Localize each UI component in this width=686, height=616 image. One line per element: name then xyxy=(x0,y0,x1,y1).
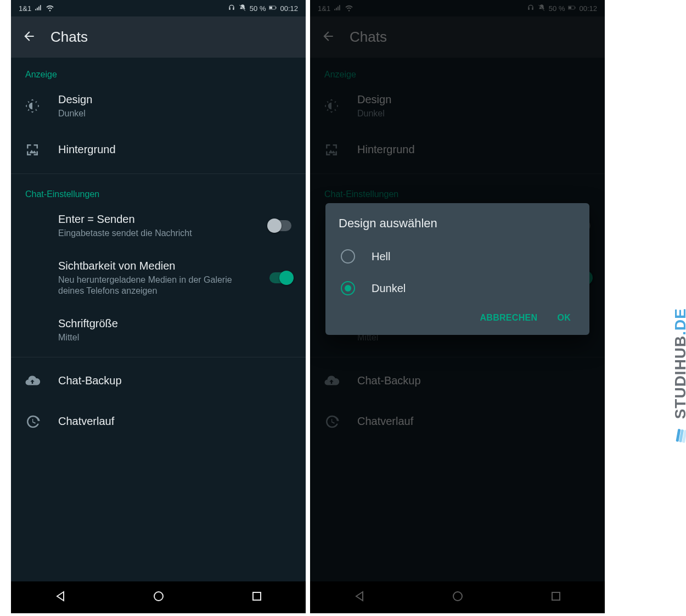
dialog-title: Design auswählen xyxy=(339,216,576,231)
nav-back-icon[interactable] xyxy=(54,590,67,605)
dialog-cancel-button[interactable]: ABBRECHEN xyxy=(480,313,537,323)
wallpaper-icon xyxy=(22,142,43,158)
brightness-icon xyxy=(22,98,43,114)
android-navbar xyxy=(11,581,306,613)
section-chat-settings-label: Chat-Einstellungen xyxy=(11,177,306,203)
battery-icon xyxy=(269,4,277,13)
row-design[interactable]: Design Dunkel xyxy=(11,83,306,130)
back-icon[interactable] xyxy=(22,29,36,46)
radio-icon xyxy=(341,249,355,264)
headphones-icon xyxy=(228,4,235,13)
nav-home-icon[interactable] xyxy=(152,590,165,605)
battery-percent: 50 % xyxy=(250,4,266,13)
row-chat-history[interactable]: Chatverlauf xyxy=(11,401,306,442)
nav-recent-icon[interactable] xyxy=(250,590,263,605)
row-chat-history-title: Chatverlauf xyxy=(58,415,295,428)
row-enter-send-subtitle: Eingabetaste sendet die Nachricht xyxy=(58,228,254,239)
svg-rect-1 xyxy=(269,7,272,9)
phone-screenshot-right: 1&1 50 % 00:12 Chats Anzeige xyxy=(310,0,605,613)
svg-rect-2 xyxy=(276,7,277,8)
divider xyxy=(11,357,306,357)
watermark-logo-icon xyxy=(668,424,686,446)
section-display-label: Anzeige xyxy=(11,58,306,83)
row-media-visibility-subtitle: Neu heruntergeladene Medien in der Galer… xyxy=(58,275,254,298)
svg-point-3 xyxy=(154,592,163,601)
row-design-title: Design xyxy=(58,93,295,107)
clock-label: 00:12 xyxy=(280,4,298,13)
row-media-visibility[interactable]: Sichtbarkeit von Medien Neu heruntergela… xyxy=(11,249,306,307)
radio-icon xyxy=(341,281,355,295)
row-wallpaper-title: Hintergrund xyxy=(58,143,295,156)
svg-rect-4 xyxy=(253,592,261,600)
row-design-subtitle: Dunkel xyxy=(58,108,295,120)
row-font-size-title: Schriftgröße xyxy=(58,317,295,331)
app-bar: Chats xyxy=(11,16,306,58)
phone-screenshot-left: 1&1 50 % 00:12 Chats xyxy=(11,0,306,613)
design-dialog: Design auswählen Hell Dunkel ABBRECHEN O… xyxy=(325,203,589,335)
status-bar: 1&1 50 % 00:12 xyxy=(11,0,306,16)
watermark-text: STUDIHUB.DE xyxy=(672,308,686,419)
radio-label-dark: Dunkel xyxy=(372,282,406,295)
history-icon xyxy=(22,413,43,430)
row-enter-send[interactable]: Enter = Senden Eingabetaste sendet die N… xyxy=(11,203,306,249)
toggle-enter-send[interactable] xyxy=(269,220,291,231)
divider xyxy=(11,173,306,174)
watermark: STUDIHUB.DE xyxy=(668,308,686,446)
row-font-size-subtitle: Mittel xyxy=(58,332,295,344)
wifi-icon xyxy=(46,3,54,14)
row-enter-send-title: Enter = Senden xyxy=(58,212,254,226)
radio-option-light[interactable]: Hell xyxy=(339,240,576,272)
row-font-size[interactable]: Schriftgröße Mittel xyxy=(11,307,306,354)
mute-icon xyxy=(239,4,246,13)
row-media-visibility-title: Sichtbarkeit von Medien xyxy=(58,259,254,273)
dialog-ok-button[interactable]: OK xyxy=(557,313,571,323)
row-wallpaper[interactable]: Hintergrund xyxy=(11,130,306,170)
cloud-upload-icon xyxy=(22,373,43,389)
carrier-label: 1&1 xyxy=(19,4,31,13)
radio-option-dark[interactable]: Dunkel xyxy=(339,272,576,304)
toggle-media-visibility[interactable] xyxy=(269,272,291,283)
radio-label-light: Hell xyxy=(372,250,390,263)
page-title: Chats xyxy=(50,29,88,46)
row-chat-backup-title: Chat-Backup xyxy=(58,374,295,388)
row-chat-backup[interactable]: Chat-Backup xyxy=(11,361,306,401)
signal-icon xyxy=(35,4,42,13)
